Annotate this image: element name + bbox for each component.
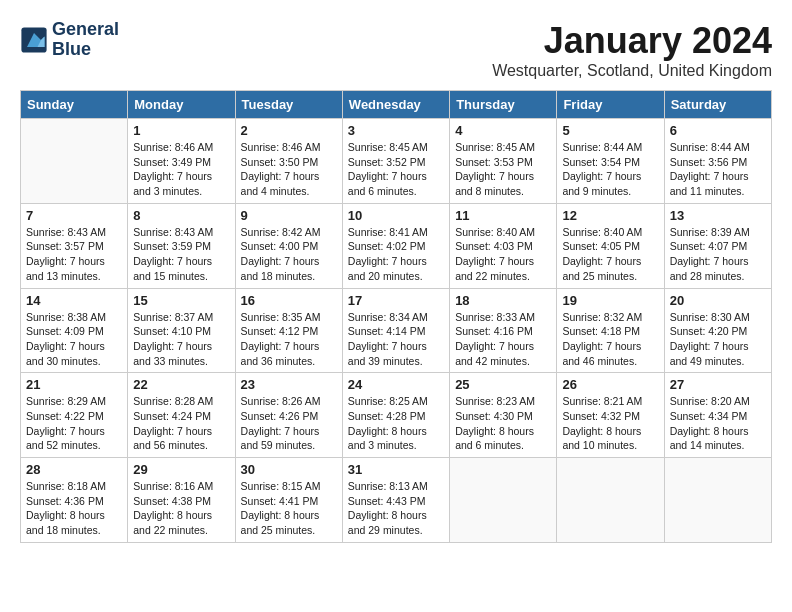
day-info: Sunrise: 8:43 AMSunset: 3:59 PMDaylight:… [133,225,229,284]
calendar-cell: 4Sunrise: 8:45 AMSunset: 3:53 PMDaylight… [450,119,557,204]
day-info: Sunrise: 8:20 AMSunset: 4:34 PMDaylight:… [670,394,766,453]
day-number: 28 [26,462,122,477]
day-info: Sunrise: 8:40 AMSunset: 4:05 PMDaylight:… [562,225,658,284]
calendar-cell: 12Sunrise: 8:40 AMSunset: 4:05 PMDayligh… [557,203,664,288]
column-header-thursday: Thursday [450,91,557,119]
day-info: Sunrise: 8:23 AMSunset: 4:30 PMDaylight:… [455,394,551,453]
day-info: Sunrise: 8:13 AMSunset: 4:43 PMDaylight:… [348,479,444,538]
day-number: 12 [562,208,658,223]
calendar-cell: 18Sunrise: 8:33 AMSunset: 4:16 PMDayligh… [450,288,557,373]
day-info: Sunrise: 8:46 AMSunset: 3:50 PMDaylight:… [241,140,337,199]
day-number: 8 [133,208,229,223]
day-info: Sunrise: 8:38 AMSunset: 4:09 PMDaylight:… [26,310,122,369]
calendar-cell: 17Sunrise: 8:34 AMSunset: 4:14 PMDayligh… [342,288,449,373]
column-header-sunday: Sunday [21,91,128,119]
calendar-cell [21,119,128,204]
calendar-cell: 6Sunrise: 8:44 AMSunset: 3:56 PMDaylight… [664,119,771,204]
day-number: 19 [562,293,658,308]
day-info: Sunrise: 8:26 AMSunset: 4:26 PMDaylight:… [241,394,337,453]
day-number: 31 [348,462,444,477]
column-header-tuesday: Tuesday [235,91,342,119]
calendar-week-row: 7Sunrise: 8:43 AMSunset: 3:57 PMDaylight… [21,203,772,288]
day-info: Sunrise: 8:40 AMSunset: 4:03 PMDaylight:… [455,225,551,284]
day-number: 6 [670,123,766,138]
day-number: 9 [241,208,337,223]
day-info: Sunrise: 8:18 AMSunset: 4:36 PMDaylight:… [26,479,122,538]
day-info: Sunrise: 8:28 AMSunset: 4:24 PMDaylight:… [133,394,229,453]
calendar-week-row: 1Sunrise: 8:46 AMSunset: 3:49 PMDaylight… [21,119,772,204]
day-info: Sunrise: 8:35 AMSunset: 4:12 PMDaylight:… [241,310,337,369]
day-info: Sunrise: 8:33 AMSunset: 4:16 PMDaylight:… [455,310,551,369]
column-header-wednesday: Wednesday [342,91,449,119]
day-number: 25 [455,377,551,392]
calendar-cell: 30Sunrise: 8:15 AMSunset: 4:41 PMDayligh… [235,458,342,543]
day-info: Sunrise: 8:44 AMSunset: 3:56 PMDaylight:… [670,140,766,199]
calendar-cell: 24Sunrise: 8:25 AMSunset: 4:28 PMDayligh… [342,373,449,458]
calendar-cell: 14Sunrise: 8:38 AMSunset: 4:09 PMDayligh… [21,288,128,373]
calendar-week-row: 14Sunrise: 8:38 AMSunset: 4:09 PMDayligh… [21,288,772,373]
day-number: 18 [455,293,551,308]
calendar-cell: 10Sunrise: 8:41 AMSunset: 4:02 PMDayligh… [342,203,449,288]
calendar-cell: 28Sunrise: 8:18 AMSunset: 4:36 PMDayligh… [21,458,128,543]
calendar-cell: 19Sunrise: 8:32 AMSunset: 4:18 PMDayligh… [557,288,664,373]
day-number: 29 [133,462,229,477]
calendar-cell: 9Sunrise: 8:42 AMSunset: 4:00 PMDaylight… [235,203,342,288]
month-title: January 2024 [492,20,772,62]
calendar-header-row: SundayMondayTuesdayWednesdayThursdayFrid… [21,91,772,119]
day-number: 20 [670,293,766,308]
calendar-table: SundayMondayTuesdayWednesdayThursdayFrid… [20,90,772,543]
logo-icon [20,26,48,54]
day-number: 1 [133,123,229,138]
calendar-cell: 8Sunrise: 8:43 AMSunset: 3:59 PMDaylight… [128,203,235,288]
calendar-cell: 13Sunrise: 8:39 AMSunset: 4:07 PMDayligh… [664,203,771,288]
day-info: Sunrise: 8:34 AMSunset: 4:14 PMDaylight:… [348,310,444,369]
day-info: Sunrise: 8:41 AMSunset: 4:02 PMDaylight:… [348,225,444,284]
title-area: January 2024 Westquarter, Scotland, Unit… [492,20,772,80]
column-header-saturday: Saturday [664,91,771,119]
day-info: Sunrise: 8:45 AMSunset: 3:53 PMDaylight:… [455,140,551,199]
calendar-week-row: 21Sunrise: 8:29 AMSunset: 4:22 PMDayligh… [21,373,772,458]
day-number: 14 [26,293,122,308]
day-number: 2 [241,123,337,138]
calendar-cell: 5Sunrise: 8:44 AMSunset: 3:54 PMDaylight… [557,119,664,204]
calendar-cell: 15Sunrise: 8:37 AMSunset: 4:10 PMDayligh… [128,288,235,373]
calendar-cell: 16Sunrise: 8:35 AMSunset: 4:12 PMDayligh… [235,288,342,373]
logo-text: General Blue [52,20,119,60]
day-number: 22 [133,377,229,392]
calendar-cell: 27Sunrise: 8:20 AMSunset: 4:34 PMDayligh… [664,373,771,458]
day-number: 4 [455,123,551,138]
day-info: Sunrise: 8:16 AMSunset: 4:38 PMDaylight:… [133,479,229,538]
calendar-cell [557,458,664,543]
calendar-cell: 29Sunrise: 8:16 AMSunset: 4:38 PMDayligh… [128,458,235,543]
day-number: 30 [241,462,337,477]
day-info: Sunrise: 8:32 AMSunset: 4:18 PMDaylight:… [562,310,658,369]
calendar-cell [450,458,557,543]
day-number: 7 [26,208,122,223]
day-number: 11 [455,208,551,223]
day-info: Sunrise: 8:45 AMSunset: 3:52 PMDaylight:… [348,140,444,199]
day-number: 13 [670,208,766,223]
day-info: Sunrise: 8:21 AMSunset: 4:32 PMDaylight:… [562,394,658,453]
calendar-cell: 7Sunrise: 8:43 AMSunset: 3:57 PMDaylight… [21,203,128,288]
day-info: Sunrise: 8:46 AMSunset: 3:49 PMDaylight:… [133,140,229,199]
column-header-monday: Monday [128,91,235,119]
day-number: 21 [26,377,122,392]
day-number: 17 [348,293,444,308]
day-info: Sunrise: 8:30 AMSunset: 4:20 PMDaylight:… [670,310,766,369]
day-info: Sunrise: 8:39 AMSunset: 4:07 PMDaylight:… [670,225,766,284]
column-header-friday: Friday [557,91,664,119]
calendar-cell: 23Sunrise: 8:26 AMSunset: 4:26 PMDayligh… [235,373,342,458]
day-info: Sunrise: 8:29 AMSunset: 4:22 PMDaylight:… [26,394,122,453]
calendar-cell: 26Sunrise: 8:21 AMSunset: 4:32 PMDayligh… [557,373,664,458]
calendar-cell: 1Sunrise: 8:46 AMSunset: 3:49 PMDaylight… [128,119,235,204]
calendar-body: 1Sunrise: 8:46 AMSunset: 3:49 PMDaylight… [21,119,772,543]
day-number: 23 [241,377,337,392]
day-number: 15 [133,293,229,308]
day-info: Sunrise: 8:25 AMSunset: 4:28 PMDaylight:… [348,394,444,453]
day-number: 26 [562,377,658,392]
day-number: 24 [348,377,444,392]
calendar-cell [664,458,771,543]
logo: General Blue [20,20,119,60]
page-header: General Blue January 2024 Westquarter, S… [20,20,772,80]
day-info: Sunrise: 8:43 AMSunset: 3:57 PMDaylight:… [26,225,122,284]
